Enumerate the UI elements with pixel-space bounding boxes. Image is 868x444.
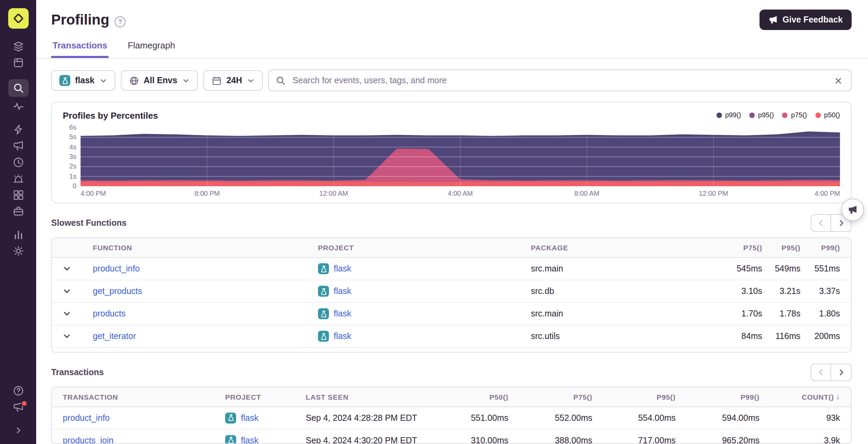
legend-item-p95[interactable]: p95() [749, 111, 774, 119]
project-link[interactable]: flask [334, 309, 351, 319]
sidebar-item-help[interactable] [8, 383, 28, 399]
legend-label: p95() [758, 111, 774, 119]
slowest-function-row: get_iteratorflasksrc.utils84ms116ms200ms [52, 325, 851, 348]
previous-page-button[interactable] [811, 364, 831, 381]
sidebar-item-settings[interactable] [8, 243, 28, 259]
project-link[interactable]: flask [334, 331, 351, 341]
column-header-p95[interactable]: P95() [762, 243, 800, 252]
column-header-p95[interactable]: P95() [592, 393, 676, 401]
column-header-p99[interactable]: P99() [676, 393, 760, 401]
globe-icon [129, 75, 139, 86]
legend-item-p50[interactable]: p50() [815, 111, 840, 119]
column-header-count[interactable]: COUNT()↓ [760, 393, 851, 401]
close-icon [834, 76, 843, 85]
function-link[interactable]: get_iterator [93, 331, 136, 341]
column-header-p75[interactable]: P75() [702, 243, 762, 252]
sidebar-item-alerts[interactable] [8, 171, 28, 187]
chart-plot[interactable] [81, 128, 840, 186]
p95-value-cell: 717.00ms [592, 436, 676, 444]
flask-platform-icon [225, 435, 236, 444]
project-cell: flask [307, 286, 520, 297]
y-axis-label: 0 [73, 183, 76, 190]
sidebar-item-whats-new[interactable] [8, 399, 28, 415]
legend-label: p50() [824, 111, 840, 119]
project-link[interactable]: flask [241, 436, 258, 444]
previous-page-button[interactable] [811, 214, 831, 232]
project-cell: flask [214, 435, 295, 444]
sidebar-item-crons[interactable] [8, 154, 28, 171]
project-filter-button[interactable]: flask [51, 70, 115, 91]
chevron-down-icon [63, 265, 71, 273]
project-link[interactable]: flask [334, 286, 351, 296]
y-axis-label: 5s [69, 134, 76, 141]
chevron-left-icon [817, 219, 825, 227]
column-header-p75[interactable]: P75() [508, 393, 592, 401]
package-cell: src.utils [520, 331, 702, 341]
y-axis-label: 3s [69, 153, 76, 160]
function-cell: product_info [82, 264, 307, 273]
search-input[interactable] [291, 75, 827, 86]
floating-feedback-button[interactable] [841, 198, 864, 221]
sidebar-item-traces[interactable] [8, 98, 28, 115]
transaction-link[interactable]: products_join [63, 436, 114, 444]
project-link[interactable]: flask [334, 264, 351, 273]
transaction-cell: products_join [52, 436, 214, 444]
chart-title: Profiles by Percentiles [63, 110, 158, 121]
search-clear-button[interactable] [833, 75, 844, 86]
sidebar-item-issues[interactable] [8, 38, 28, 55]
legend-item-p75[interactable]: p75() [782, 111, 807, 119]
legend-item-p99[interactable]: p99() [716, 111, 741, 119]
sidebar-item-feedback[interactable] [8, 138, 28, 154]
flask-platform-icon [318, 308, 329, 319]
function-link[interactable]: product_info [93, 264, 140, 273]
project-link[interactable]: flask [241, 413, 258, 423]
profiles-by-percentiles-panel: Profiles by Percentiles p99()p95()p75()p… [51, 102, 852, 203]
legend-label: p75() [791, 111, 807, 119]
function-link[interactable]: get_products [93, 286, 142, 296]
sidebar-item-explore[interactable] [8, 79, 28, 97]
column-header-p50[interactable]: P50() [437, 393, 508, 401]
chevron-down-icon [63, 287, 71, 295]
function-link[interactable]: products [93, 309, 126, 319]
p95-value-cell: 3.21s [762, 286, 800, 296]
transaction-row: product_infoflaskSep 4, 2024 4:28:28 PM … [52, 407, 851, 430]
environment-filter-button[interactable]: All Envs [120, 70, 198, 91]
p95-value-cell: 554.00ms [592, 413, 676, 423]
transaction-link[interactable]: product_info [63, 413, 110, 423]
column-header-project: PROJECT [214, 393, 295, 401]
clock-icon [12, 156, 24, 168]
expand-row-button[interactable] [52, 348, 82, 353]
sidebar-item-insights[interactable] [8, 121, 28, 138]
sidebar-item-projects[interactable] [8, 55, 28, 71]
sidebar-collapse-toggle[interactable] [8, 422, 28, 439]
expand-row-button[interactable] [52, 258, 82, 280]
transactions-header: Transactions [51, 364, 852, 381]
flask-platform-icon [318, 331, 329, 342]
sidebar-item-dashboards[interactable] [8, 187, 28, 203]
expand-row-button[interactable] [52, 325, 82, 347]
sidebar-item-releases[interactable] [8, 203, 28, 220]
p99-value-cell: 200ms [800, 331, 851, 341]
p99-value-cell: 594.00ms [676, 413, 760, 423]
chart-y-axis: 6s5s4s3s2s1s0 [63, 128, 81, 186]
x-axis-label: 12:00 AM [319, 190, 348, 197]
column-header-package: PACKAGE [520, 243, 702, 252]
x-axis-label: 8:00 AM [574, 190, 599, 197]
legend-label: p99() [725, 111, 741, 119]
count-value-cell: 93k [760, 413, 851, 423]
date-range-filter-button[interactable]: 24H [203, 70, 263, 91]
legend-dot-icon [749, 112, 755, 118]
sentry-logo[interactable] [8, 8, 28, 29]
give-feedback-button[interactable]: Give Feedback [760, 10, 852, 30]
expand-row-button[interactable] [52, 303, 82, 325]
sidebar-item-stats[interactable] [8, 226, 28, 243]
chart-legend: p99()p95()p75()p50() [716, 111, 840, 119]
page-help-icon[interactable]: ? [115, 16, 126, 27]
expand-row-button[interactable] [52, 280, 82, 302]
give-feedback-label: Give Feedback [783, 15, 843, 25]
tab-flamegraph[interactable]: Flamegraph [126, 36, 176, 58]
column-header-p99[interactable]: P99() [800, 243, 851, 252]
filter-bar: flask All Envs 24H [51, 70, 852, 91]
tab-transactions[interactable]: Transactions [51, 36, 108, 58]
next-page-button[interactable] [831, 364, 852, 381]
